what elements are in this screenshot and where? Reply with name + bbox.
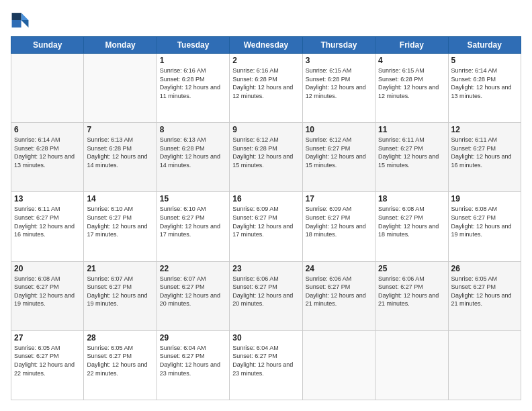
cell-info: Sunrise: 6:09 AMSunset: 6:27 PMDaylight:…: [306, 205, 372, 238]
weekday-header: Friday: [375, 37, 448, 54]
page: SundayMondayTuesdayWednesdayThursdayFrid…: [0, 0, 532, 411]
calendar-cell: 4Sunrise: 6:15 AMSunset: 6:28 PMDaylight…: [375, 54, 448, 123]
day-number: 30: [232, 333, 299, 342]
day-number: 4: [378, 56, 445, 65]
cell-info: Sunrise: 6:11 AMSunset: 6:27 PMDaylight:…: [378, 136, 445, 169]
cell-info: Sunrise: 6:07 AMSunset: 6:27 PMDaylight:…: [160, 275, 226, 308]
cell-info: Sunrise: 6:13 AMSunset: 6:28 PMDaylight:…: [160, 136, 226, 169]
calendar-cell: [84, 54, 157, 123]
day-number: 1: [160, 56, 226, 65]
calendar-cell: 13Sunrise: 6:11 AMSunset: 6:27 PMDayligh…: [11, 192, 84, 261]
cell-info: Sunrise: 6:16 AMSunset: 6:28 PMDaylight:…: [160, 66, 226, 100]
header: [11, 11, 521, 30]
calendar-cell: 28Sunrise: 6:05 AMSunset: 6:27 PMDayligh…: [84, 330, 157, 400]
day-number: 21: [87, 264, 153, 273]
day-number: 22: [160, 264, 226, 273]
calendar-cell: [302, 330, 375, 400]
calendar-cell: 11Sunrise: 6:11 AMSunset: 6:27 PMDayligh…: [375, 123, 448, 192]
calendar-cell: 15Sunrise: 6:10 AMSunset: 6:27 PMDayligh…: [157, 192, 229, 261]
cell-info: Sunrise: 6:05 AMSunset: 6:27 PMDaylight:…: [14, 344, 81, 377]
day-number: 15: [160, 194, 226, 203]
cell-info: Sunrise: 6:14 AMSunset: 6:28 PMDaylight:…: [14, 136, 81, 169]
calendar-cell: 23Sunrise: 6:06 AMSunset: 6:27 PMDayligh…: [230, 261, 302, 330]
day-number: 14: [87, 194, 153, 203]
weekday-header: Wednesday: [230, 37, 302, 54]
calendar-table: SundayMondayTuesdayWednesdayThursdayFrid…: [11, 36, 521, 400]
calendar-cell: 9Sunrise: 6:12 AMSunset: 6:28 PMDaylight…: [230, 123, 302, 192]
day-number: 18: [378, 194, 445, 203]
calendar-cell: [448, 330, 521, 400]
day-number: 19: [451, 194, 518, 203]
cell-info: Sunrise: 6:11 AMSunset: 6:27 PMDaylight:…: [451, 136, 518, 169]
cell-info: Sunrise: 6:11 AMSunset: 6:27 PMDaylight:…: [14, 205, 81, 238]
calendar-cell: 26Sunrise: 6:05 AMSunset: 6:27 PMDayligh…: [448, 261, 521, 330]
cell-info: Sunrise: 6:08 AMSunset: 6:27 PMDaylight:…: [14, 275, 81, 308]
cell-info: Sunrise: 6:08 AMSunset: 6:27 PMDaylight:…: [378, 205, 445, 238]
cell-info: Sunrise: 6:12 AMSunset: 6:28 PMDaylight:…: [232, 136, 299, 169]
calendar-cell: 12Sunrise: 6:11 AMSunset: 6:27 PMDayligh…: [448, 123, 521, 192]
calendar-week-row: 13Sunrise: 6:11 AMSunset: 6:27 PMDayligh…: [11, 192, 521, 261]
calendar-cell: 6Sunrise: 6:14 AMSunset: 6:28 PMDaylight…: [11, 123, 84, 192]
calendar-cell: 27Sunrise: 6:05 AMSunset: 6:27 PMDayligh…: [11, 330, 84, 400]
calendar-cell: 3Sunrise: 6:15 AMSunset: 6:28 PMDaylight…: [302, 54, 375, 123]
cell-info: Sunrise: 6:09 AMSunset: 6:27 PMDaylight:…: [232, 205, 299, 238]
day-number: 6: [14, 125, 81, 134]
weekday-header: Saturday: [448, 37, 521, 54]
calendar-cell: 24Sunrise: 6:06 AMSunset: 6:27 PMDayligh…: [302, 261, 375, 330]
calendar-cell: 20Sunrise: 6:08 AMSunset: 6:27 PMDayligh…: [11, 261, 84, 330]
weekday-header: Sunday: [11, 37, 84, 54]
calendar-cell: 14Sunrise: 6:10 AMSunset: 6:27 PMDayligh…: [84, 192, 157, 261]
cell-info: Sunrise: 6:05 AMSunset: 6:27 PMDaylight:…: [87, 344, 153, 377]
logo: [11, 11, 32, 30]
calendar-cell: 1Sunrise: 6:16 AMSunset: 6:28 PMDaylight…: [157, 54, 229, 123]
day-number: 24: [306, 264, 372, 273]
svg-rect-3: [12, 20, 21, 28]
logo-icon: [11, 11, 30, 30]
svg-marker-0: [21, 13, 29, 20]
day-number: 17: [306, 194, 372, 203]
cell-info: Sunrise: 6:10 AMSunset: 6:27 PMDaylight:…: [87, 205, 153, 238]
cell-info: Sunrise: 6:04 AMSunset: 6:27 PMDaylight:…: [232, 344, 299, 377]
calendar-cell: 16Sunrise: 6:09 AMSunset: 6:27 PMDayligh…: [230, 192, 302, 261]
cell-info: Sunrise: 6:15 AMSunset: 6:28 PMDaylight:…: [378, 66, 445, 100]
day-number: 16: [232, 194, 299, 203]
weekday-header: Tuesday: [157, 37, 229, 54]
day-number: 8: [160, 125, 226, 134]
calendar-cell: 10Sunrise: 6:12 AMSunset: 6:27 PMDayligh…: [302, 123, 375, 192]
cell-info: Sunrise: 6:14 AMSunset: 6:28 PMDaylight:…: [451, 66, 518, 100]
day-number: 25: [378, 264, 445, 273]
cell-info: Sunrise: 6:12 AMSunset: 6:27 PMDaylight:…: [306, 136, 372, 169]
day-number: 9: [232, 125, 299, 134]
day-number: 10: [306, 125, 372, 134]
day-number: 27: [14, 333, 81, 342]
day-number: 11: [378, 125, 445, 134]
cell-info: Sunrise: 6:06 AMSunset: 6:27 PMDaylight:…: [306, 275, 372, 308]
cell-info: Sunrise: 6:10 AMSunset: 6:27 PMDaylight:…: [160, 205, 226, 238]
weekday-header: Monday: [84, 37, 157, 54]
day-number: 7: [87, 125, 153, 134]
calendar-cell: 8Sunrise: 6:13 AMSunset: 6:28 PMDaylight…: [157, 123, 229, 192]
cell-info: Sunrise: 6:05 AMSunset: 6:27 PMDaylight:…: [451, 275, 518, 308]
calendar-week-row: 1Sunrise: 6:16 AMSunset: 6:28 PMDaylight…: [11, 54, 521, 123]
day-number: 5: [451, 56, 518, 65]
day-number: 12: [451, 125, 518, 134]
cell-info: Sunrise: 6:04 AMSunset: 6:27 PMDaylight:…: [160, 344, 226, 377]
day-number: 13: [14, 194, 81, 203]
cell-info: Sunrise: 6:08 AMSunset: 6:27 PMDaylight:…: [451, 205, 518, 238]
cell-info: Sunrise: 6:06 AMSunset: 6:27 PMDaylight:…: [378, 275, 445, 308]
day-number: 20: [14, 264, 81, 273]
day-number: 28: [87, 333, 153, 342]
calendar-cell: [11, 54, 84, 123]
day-number: 3: [306, 56, 372, 65]
calendar-cell: 22Sunrise: 6:07 AMSunset: 6:27 PMDayligh…: [157, 261, 229, 330]
calendar-cell: 17Sunrise: 6:09 AMSunset: 6:27 PMDayligh…: [302, 192, 375, 261]
day-number: 23: [232, 264, 299, 273]
calendar-cell: 7Sunrise: 6:13 AMSunset: 6:28 PMDaylight…: [84, 123, 157, 192]
calendar-cell: 5Sunrise: 6:14 AMSunset: 6:28 PMDaylight…: [448, 54, 521, 123]
calendar-week-row: 20Sunrise: 6:08 AMSunset: 6:27 PMDayligh…: [11, 261, 521, 330]
calendar-week-row: 6Sunrise: 6:14 AMSunset: 6:28 PMDaylight…: [11, 123, 521, 192]
calendar-week-row: 27Sunrise: 6:05 AMSunset: 6:27 PMDayligh…: [11, 330, 521, 400]
calendar-cell: 30Sunrise: 6:04 AMSunset: 6:27 PMDayligh…: [230, 330, 302, 400]
weekday-header: Thursday: [302, 37, 375, 54]
day-number: 2: [232, 56, 299, 65]
